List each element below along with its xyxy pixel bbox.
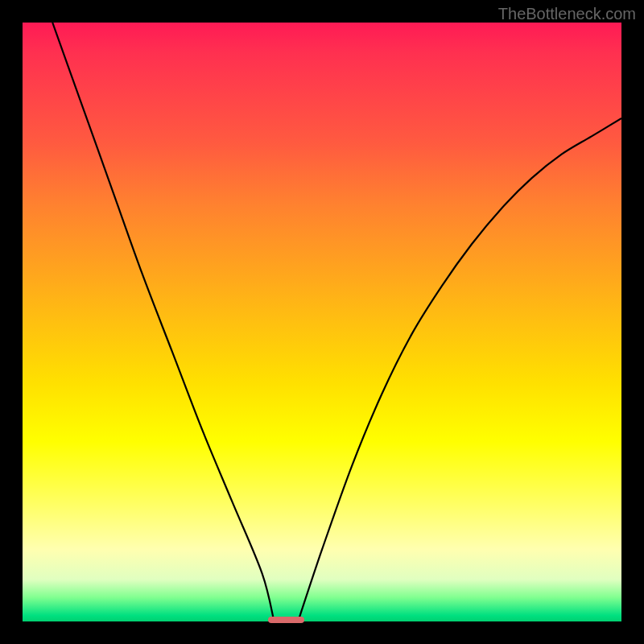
curve-svg: [23, 23, 621, 621]
min-marker: [268, 617, 304, 624]
right-curve: [298, 118, 621, 621]
watermark-text: TheBottleneck.com: [498, 5, 636, 23]
left-curve: [52, 23, 274, 621]
chart-container: TheBottleneck.com: [0, 0, 644, 644]
